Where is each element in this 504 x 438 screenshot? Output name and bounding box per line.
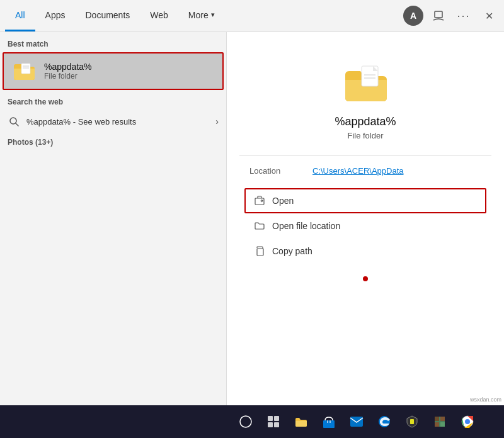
close-icon[interactable]: ✕ — [479, 6, 499, 26]
right-folder-icon — [340, 57, 391, 108]
search-icon — [8, 115, 20, 128]
taskbar-left — [0, 405, 227, 438]
open-icon — [253, 194, 266, 207]
svg-rect-26 — [440, 422, 445, 427]
folder-open-icon — [253, 220, 266, 232]
web-search-item[interactable]: %appdata% - See web results › — [0, 110, 226, 133]
tab-web[interactable]: Web — [140, 0, 178, 31]
web-search-label: Search the web — [0, 90, 226, 110]
svg-point-13 — [240, 416, 251, 427]
svg-rect-0 — [435, 11, 442, 18]
folder-icon — [11, 59, 37, 84]
taskbar-edge-icon[interactable] — [373, 410, 396, 433]
taskbar-security-icon[interactable] — [401, 410, 423, 433]
copy-path-label: Copy path — [272, 246, 312, 256]
tab-documents[interactable]: Documents — [75, 0, 140, 31]
best-match-info: %appdata% File folder — [44, 62, 92, 81]
watermark: wsxdan.com — [470, 396, 501, 403]
best-match-name: %appdata% — [44, 62, 92, 72]
open-file-location-action[interactable]: Open file location — [244, 213, 486, 239]
red-dot-indicator — [363, 276, 368, 281]
svg-rect-24 — [440, 417, 445, 421]
taskbar-taskview-icon[interactable] — [262, 410, 285, 433]
taskbar-store-icon[interactable] — [318, 410, 340, 433]
svg-line-5 — [16, 123, 18, 126]
svg-rect-15 — [274, 416, 279, 421]
best-match-label: Best match — [0, 32, 226, 52]
svg-rect-21 — [410, 419, 414, 424]
svg-rect-18 — [323, 420, 335, 428]
web-search-text: %appdata% - See web results — [26, 117, 215, 126]
more-options-icon[interactable]: ··· — [454, 6, 474, 26]
chevron-right-icon: › — [215, 116, 219, 126]
svg-rect-16 — [268, 422, 273, 427]
search-window: All Apps Documents Web More ▾ A — [0, 0, 504, 438]
location-label: Location — [249, 166, 312, 176]
right-panel: %appdata% File folder Location C:\Users\… — [227, 32, 504, 438]
copy-icon — [253, 245, 266, 257]
nav-controls: A ··· ✕ — [403, 6, 499, 26]
tab-more[interactable]: More ▾ — [178, 0, 225, 31]
photos-label: Photos (13+) — [0, 133, 226, 149]
taskbar-explorer-icon[interactable] — [290, 410, 312, 433]
left-panel: Best match %appdata% File f — [0, 32, 227, 438]
action-list: Open Open file location — [239, 188, 491, 264]
copy-path-action[interactable]: Copy path — [244, 239, 486, 264]
taskbar — [0, 405, 504, 438]
right-item-name: %appdata% — [335, 115, 396, 128]
open-label: Open — [272, 196, 294, 206]
svg-rect-23 — [435, 417, 439, 421]
nav-bar: All Apps Documents Web More ▾ A — [0, 0, 504, 32]
open-file-location-label: Open file location — [272, 221, 340, 231]
svg-rect-25 — [435, 422, 439, 427]
content-area: Best match %appdata% File f — [0, 32, 504, 438]
tab-apps[interactable]: Apps — [35, 0, 76, 31]
svg-rect-14 — [268, 416, 273, 421]
svg-rect-11 — [255, 198, 264, 205]
best-match-item[interactable]: %appdata% File folder — [3, 52, 224, 90]
svg-rect-19 — [350, 417, 363, 427]
account-icon[interactable] — [428, 6, 449, 26]
svg-rect-12 — [257, 249, 263, 256]
avatar[interactable]: A — [403, 6, 423, 26]
svg-rect-17 — [274, 422, 279, 427]
svg-point-29 — [466, 420, 469, 424]
taskbar-chrome-icon[interactable] — [456, 410, 479, 433]
taskbar-minecraft-icon[interactable] — [428, 410, 451, 433]
svg-rect-1 — [21, 64, 30, 74]
taskbar-mail-icon[interactable] — [345, 410, 368, 433]
open-action[interactable]: Open — [244, 188, 486, 213]
divider — [239, 155, 491, 156]
tab-all[interactable]: All — [5, 0, 35, 31]
best-match-type: File folder — [44, 72, 92, 81]
nav-tabs: All Apps Documents Web More ▾ — [5, 0, 403, 31]
location-value[interactable]: C:\Users\ACER\AppData — [312, 166, 404, 176]
right-item-type: File folder — [347, 131, 383, 140]
location-row: Location C:\Users\ACER\AppData — [239, 166, 491, 176]
taskbar-search-icon[interactable] — [234, 410, 257, 433]
taskbar-right — [227, 410, 504, 433]
